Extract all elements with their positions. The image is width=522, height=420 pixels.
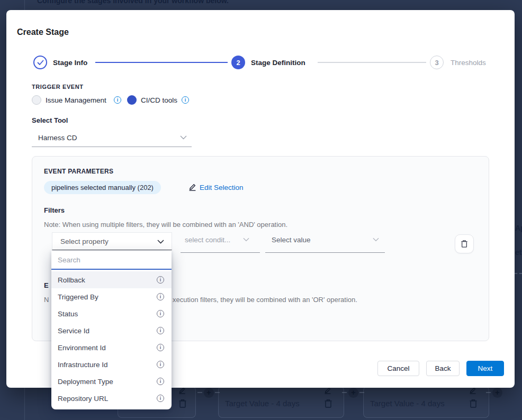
property-dropdown-panel: Rollback i Triggered By i Status i Servi… bbox=[51, 251, 172, 409]
condition-select-underline bbox=[181, 252, 260, 253]
property-select-value: Select property bbox=[60, 238, 109, 245]
dropdown-item-infrastructure-id[interactable]: Infrastructure Id i bbox=[51, 356, 172, 373]
step-circle-stage-info[interactable] bbox=[33, 56, 47, 69]
background-dashed-connector bbox=[342, 392, 347, 393]
radio-cicd-tools[interactable] bbox=[127, 95, 137, 105]
plus-icon[interactable]: + bbox=[492, 388, 502, 398]
background-dashed-connector bbox=[486, 392, 491, 393]
chevron-down-icon[interactable] bbox=[180, 135, 187, 140]
chevron-down-icon[interactable] bbox=[373, 238, 379, 242]
background-fragment-2: et bbox=[515, 248, 521, 257]
edit-pencil-icon[interactable] bbox=[178, 387, 186, 394]
back-button[interactable]: Back bbox=[426, 361, 460, 376]
info-icon[interactable]: i bbox=[157, 293, 164, 300]
dropdown-item-rollback[interactable]: Rollback i bbox=[51, 271, 172, 288]
screen: Configure the stages involved in your wo… bbox=[0, 0, 522, 420]
background-header-text: Configure the stages involved in your wo… bbox=[37, 0, 229, 5]
execution-note-fragment-right: xecution filters, they will be combined … bbox=[173, 296, 357, 304]
dropdown-item-label: Status bbox=[58, 310, 78, 318]
tool-select-value[interactable]: Harness CD bbox=[38, 134, 77, 142]
filters-title: Filters bbox=[44, 206, 65, 214]
dropdown-item-label: Infrastructure Id bbox=[58, 361, 108, 369]
step-label-thresholds: Thresholds bbox=[451, 59, 486, 67]
execution-filters-heading-fragment: E bbox=[44, 281, 49, 289]
trash-icon[interactable] bbox=[324, 399, 332, 408]
dropdown-list: Rollback i Triggered By i Status i Servi… bbox=[51, 270, 172, 407]
step-circle-thresholds[interactable]: 3 bbox=[430, 56, 444, 69]
delete-filter-button[interactable] bbox=[455, 234, 474, 253]
info-icon[interactable]: i bbox=[157, 378, 164, 385]
chevron-down-icon[interactable] bbox=[243, 238, 249, 242]
background-dashed-connector bbox=[215, 392, 220, 393]
step-label-stage-definition: Stage Definition bbox=[251, 59, 305, 67]
stepper-connector bbox=[318, 62, 426, 63]
background-dashed-connector bbox=[197, 392, 202, 393]
background-dashed-connector bbox=[515, 273, 522, 274]
plus-icon[interactable]: + bbox=[204, 388, 214, 398]
radio-label-issue-management[interactable]: Issue Management bbox=[46, 96, 106, 104]
dropdown-item-label: Triggered By bbox=[58, 293, 98, 301]
info-icon[interactable]: i bbox=[114, 96, 121, 104]
dropdown-item-label: Service Id bbox=[58, 327, 89, 335]
dropdown-item-label: Rollback bbox=[58, 276, 85, 284]
stepper-connector bbox=[95, 62, 228, 63]
info-icon[interactable]: i bbox=[157, 395, 164, 402]
trash-icon[interactable] bbox=[178, 399, 187, 408]
trigger-event-label: TRIGGER EVENT bbox=[32, 84, 84, 90]
tool-select-underline bbox=[32, 147, 192, 147]
value-select-underline bbox=[265, 252, 385, 253]
next-button[interactable]: Next bbox=[466, 361, 504, 376]
background-fragment-1: Ap bbox=[515, 224, 522, 232]
step-circle-stage-definition[interactable]: 2 bbox=[231, 56, 245, 69]
trash-icon[interactable] bbox=[469, 399, 478, 408]
dropdown-item-label: Environment Id bbox=[58, 344, 106, 352]
dropdown-item-label: Repository URL bbox=[58, 395, 108, 403]
chevron-down-icon bbox=[157, 240, 164, 244]
stage-card-label: Target Value - 4 days bbox=[225, 399, 300, 408]
info-icon[interactable]: i bbox=[182, 96, 189, 104]
dropdown-item-triggered-by[interactable]: Triggered By i bbox=[51, 288, 172, 305]
property-select[interactable]: Select property bbox=[52, 232, 172, 250]
info-icon[interactable]: i bbox=[157, 327, 164, 334]
info-icon[interactable]: i bbox=[157, 361, 164, 368]
filters-note: Note: When using multiple filters, they … bbox=[44, 221, 287, 229]
background-dashed-connector bbox=[359, 392, 364, 393]
dropdown-item-repository-url[interactable]: Repository URL i bbox=[51, 390, 172, 407]
dropdown-item-environment-id[interactable]: Environment Id i bbox=[51, 339, 172, 356]
trash-icon bbox=[461, 240, 468, 248]
stage-card-label: Target Value - 4 days bbox=[370, 399, 445, 408]
info-icon[interactable]: i bbox=[157, 310, 164, 317]
dropdown-item-status[interactable]: Status i bbox=[51, 305, 172, 322]
edit-pencil-icon[interactable] bbox=[469, 387, 476, 394]
edit-pencil-icon[interactable] bbox=[188, 183, 196, 191]
edit-selection-link[interactable]: Edit Selection bbox=[200, 184, 244, 191]
execution-note-fragment-left: N bbox=[44, 296, 49, 304]
cancel-button[interactable]: Cancel bbox=[377, 361, 419, 376]
step-label-stage-info: Stage Info bbox=[53, 59, 87, 67]
info-icon[interactable]: i bbox=[157, 344, 164, 351]
value-select-value[interactable]: Select value bbox=[272, 236, 311, 244]
plus-icon[interactable]: + bbox=[348, 388, 358, 398]
radio-issue-management[interactable] bbox=[32, 95, 41, 105]
dropdown-item-service-id[interactable]: Service Id i bbox=[51, 322, 172, 339]
info-icon[interactable]: i bbox=[157, 276, 164, 284]
edit-pencil-icon[interactable] bbox=[324, 387, 331, 394]
event-parameters-title: EVENT PARAMETERS bbox=[44, 168, 113, 175]
condition-select-value[interactable]: select condit... bbox=[185, 236, 230, 244]
modal-title: Create Stage bbox=[17, 28, 69, 37]
search-input[interactable] bbox=[51, 251, 172, 270]
dropdown-item-deployment-type[interactable]: Deployment Type i bbox=[51, 373, 172, 390]
radio-label-cicd-tools[interactable]: CI/CD tools bbox=[141, 96, 177, 104]
pipelines-selected-chip[interactable]: pipelines selected manually (202) bbox=[44, 181, 161, 194]
select-tool-label: Select Tool bbox=[32, 116, 68, 124]
check-icon bbox=[37, 60, 44, 66]
dropdown-item-label: Deployment Type bbox=[58, 378, 113, 386]
